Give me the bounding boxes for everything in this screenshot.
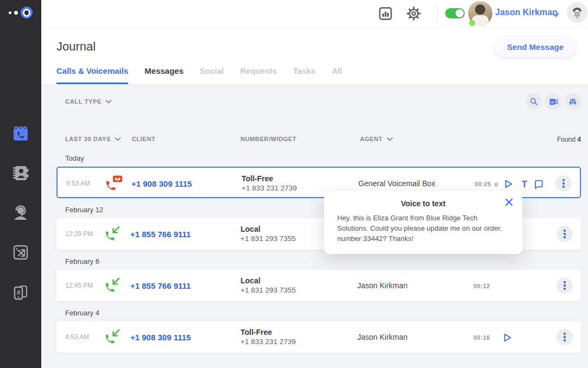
number-widget-cell: Local +1 831 293 7355	[241, 276, 296, 295]
date-group-label: Today	[56, 154, 581, 162]
column-number-widget: NUMBER/WIDGET	[241, 136, 296, 142]
journal-tabs: Calls & Voicemails Messages Social Reque…	[56, 66, 342, 84]
sidebar-item-call-routing[interactable]	[10, 244, 31, 263]
topbar: Jason Kirkman	[41, 0, 588, 27]
line-number: +1 833 231 2739	[241, 337, 296, 347]
period-filter[interactable]: LAST 30 DAYS	[65, 136, 121, 142]
line-type: Local	[241, 276, 296, 285]
tab-requests[interactable]: Requests	[240, 66, 277, 84]
chevron-down-icon	[105, 98, 112, 105]
sidebar-item-journal[interactable]	[10, 125, 31, 144]
play-recording-button[interactable]	[502, 332, 514, 344]
voicemail-call-icon	[104, 175, 123, 192]
sidebar-item-contacts[interactable]	[10, 164, 31, 184]
chevron-down-icon	[387, 136, 393, 142]
recording-dot-indicator	[494, 182, 498, 187]
call-time: 12:29 PM	[65, 230, 93, 238]
chevron-down-icon	[115, 136, 121, 142]
period-label: LAST 30 DAYS	[65, 136, 111, 142]
number-widget-cell: Local +1 831 293 7355	[241, 224, 296, 244]
call-type-label: CALL TYPE	[65, 98, 102, 105]
row-menu-button[interactable]	[557, 277, 573, 294]
number-widget-cell: Toll-Free +1 833 231 2739	[242, 174, 297, 193]
line-type: Toll-Free	[241, 327, 296, 337]
search-button[interactable]	[526, 93, 542, 110]
journal-calendar-phone-icon	[11, 124, 30, 145]
date-group-label: February 6	[56, 257, 581, 265]
call-time: 9:53 AM	[66, 180, 90, 187]
close-icon[interactable]	[505, 198, 514, 207]
play-recording-button[interactable]	[503, 179, 515, 191]
agent-filter[interactable]: AGENT	[360, 136, 393, 142]
call-routing-icon	[11, 243, 30, 264]
sidebar-nav: #	[0, 125, 41, 303]
tab-calls-voicemails[interactable]: Calls & Voicemails	[56, 66, 128, 84]
export-excel-button[interactable]: X	[545, 93, 561, 110]
send-message-button[interactable]: Send Message	[495, 37, 576, 57]
client-number-link[interactable]: +1 908 309 1115	[131, 179, 192, 188]
date-group-label: February 4	[56, 309, 581, 317]
call-time: 12:45 PM	[65, 282, 93, 289]
app-logo	[9, 7, 33, 18]
found-number: 4	[577, 136, 581, 143]
softphone-dialpad-button[interactable]	[567, 2, 587, 23]
call-row-incoming[interactable]: 12:45 PM +1 855 766 9111 Local +1 831 29…	[56, 270, 581, 301]
tab-tasks[interactable]: Tasks	[293, 66, 315, 84]
client-number-link[interactable]: +1 908 309 1115	[130, 333, 191, 342]
popup-title: Voice to text	[337, 199, 509, 208]
voice-to-text-button[interactable]: T	[519, 179, 530, 191]
line-number: +1 831 293 7355	[241, 234, 296, 244]
column-client: CLIENT	[132, 136, 155, 142]
row-menu-button[interactable]	[557, 226, 573, 242]
found-label: Found	[557, 136, 576, 143]
availability-toggle[interactable]	[445, 8, 465, 18]
number-widget-cell: Toll-Free +1 833 231 2739	[241, 327, 296, 347]
agent-label: AGENT	[360, 136, 383, 142]
client-number-link[interactable]: +1 855 766 9111	[130, 230, 191, 239]
search-icon	[529, 97, 538, 106]
call-duration: 00:12	[473, 283, 490, 289]
client-number-link[interactable]: +1 855 766 9111	[130, 281, 191, 290]
transcription-text: Hey, this is Eliza Grant from Blue Ridge…	[337, 213, 509, 244]
sidebar: #	[0, 0, 41, 368]
settings-gear-icon[interactable]	[406, 6, 421, 21]
agent-headset-icon	[11, 203, 30, 225]
tab-messages[interactable]: Messages	[144, 66, 184, 84]
row-menu-button[interactable]	[555, 175, 572, 192]
toggle-knob	[456, 9, 464, 17]
line-type: Local	[241, 224, 296, 234]
incoming-call-icon	[103, 277, 122, 294]
topbar-divider	[437, 6, 438, 21]
logo-dot-medium	[14, 11, 18, 15]
incoming-call-icon	[103, 225, 122, 243]
incoming-call-icon	[103, 328, 122, 346]
journal-main: CALL TYPE X	[41, 85, 588, 368]
call-type-filter[interactable]: CALL TYPE	[65, 98, 112, 105]
voice-to-text-popup: Voice to text Hey, this is Eliza Grant f…	[324, 191, 522, 254]
phone-numbers-icon: #	[11, 282, 30, 304]
agent-name: Jason Kirkman	[357, 333, 408, 341]
line-number: +1 833 231 2739	[242, 183, 297, 193]
found-count: Found 4	[557, 136, 581, 143]
user-menu[interactable]: Jason Kirkman	[495, 8, 558, 17]
online-status-dot	[469, 20, 475, 26]
page-header: Journal Send Message Calls & Voicemails …	[41, 27, 588, 85]
chevron-down-icon[interactable]	[552, 10, 559, 20]
row-menu-button[interactable]	[557, 329, 573, 345]
agent-name: General Voicemail Box	[358, 179, 435, 188]
filter-sliders-button[interactable]	[565, 93, 581, 110]
sidebar-item-agents[interactable]	[10, 204, 31, 224]
page-title: Journal	[56, 40, 96, 54]
logo-dot-small	[9, 11, 11, 14]
table-header: LAST 30 DAYS CLIENT NUMBER/WIDGET AGENT …	[56, 136, 581, 144]
logo-ring-icon	[21, 7, 33, 18]
tab-all[interactable]: All	[332, 66, 342, 84]
svg-text:#: #	[17, 289, 21, 296]
call-time: 4:53 AM	[65, 333, 89, 341]
filter-row: CALL TYPE X	[56, 93, 581, 111]
sidebar-item-numbers[interactable]: #	[10, 283, 31, 303]
tab-social[interactable]: Social	[200, 66, 224, 84]
note-bubble-button[interactable]	[533, 179, 545, 191]
call-row-incoming[interactable]: 4:53 AM +1 908 309 1115 Toll-Free +1 833…	[56, 321, 581, 353]
analytics-chart-icon[interactable]	[378, 6, 393, 21]
